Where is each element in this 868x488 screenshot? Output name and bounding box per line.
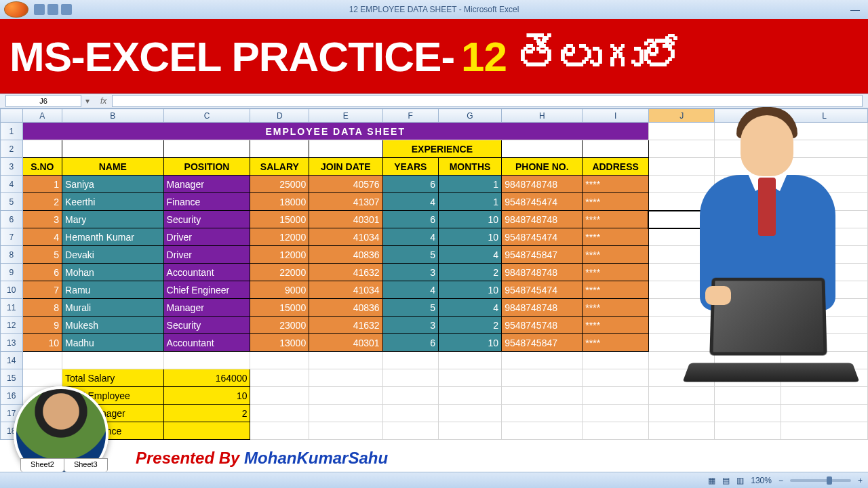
total-value[interactable]: 164000 [163,369,250,387]
empty-cell[interactable] [438,352,501,369]
zoom-in-button[interactable]: + [858,476,863,485]
empty-cell[interactable] [309,369,382,387]
empty-cell[interactable] [250,352,309,369]
empty-cell[interactable] [781,405,868,422]
data-cell[interactable]: 1 [22,176,62,193]
data-cell[interactable]: 9548745748 [502,317,583,334]
data-cell[interactable]: 3 [382,264,438,281]
empty-cell[interactable] [309,387,382,405]
minimize-button[interactable]: — [846,4,864,15]
data-cell[interactable]: 2 [22,193,62,211]
data-cell[interactable]: 40576 [309,176,382,193]
data-cell[interactable]: Chief Engineer [163,281,250,299]
data-cell[interactable]: 15000 [250,211,309,228]
empty-cell[interactable] [62,352,164,369]
data-cell[interactable]: 9 [22,317,62,334]
empty-cell[interactable] [583,387,649,405]
col-header[interactable]: D [250,109,309,123]
data-cell[interactable]: 4 [438,246,501,264]
data-cell[interactable]: 40836 [309,246,382,264]
empty-cell[interactable] [309,422,382,440]
data-cell[interactable]: 13000 [250,334,309,352]
data-cell[interactable]: 9548745474 [502,228,583,246]
office-button[interactable] [4,1,28,18]
data-cell[interactable]: Keerthi [62,193,164,211]
data-cell[interactable]: **** [583,228,649,246]
data-cell[interactable]: **** [583,176,649,193]
view-normal-icon[interactable]: ▦ [708,476,715,485]
data-cell[interactable]: Mohan [62,264,164,281]
empty-cell[interactable] [382,369,438,387]
empty-cell[interactable] [583,405,649,422]
row-header[interactable]: 1 [1,123,23,140]
row-header[interactable]: 12 [1,317,23,334]
empty-cell[interactable] [715,405,781,422]
col-header[interactable]: B [62,109,164,123]
data-cell[interactable]: Manager [163,176,250,193]
zoom-out-button[interactable]: − [778,476,783,485]
data-cell[interactable]: 2 [438,317,501,334]
data-cell[interactable]: 9548745474 [502,281,583,299]
data-cell[interactable]: 5 [22,246,62,264]
data-cell[interactable]: 6 [382,176,438,193]
data-cell[interactable]: **** [583,299,649,317]
data-cell[interactable]: Driver [163,246,250,264]
data-cell[interactable]: Security [163,317,250,334]
empty-cell[interactable] [583,422,649,440]
data-cell[interactable]: 7 [22,281,62,299]
empty-cell[interactable] [309,352,382,369]
data-cell[interactable]: 8 [22,299,62,317]
data-cell[interactable]: 3 [382,317,438,334]
data-cell[interactable]: 6 [382,334,438,352]
col-header[interactable]: F [382,109,438,123]
data-cell[interactable]: Finance [163,193,250,211]
empty-cell[interactable] [382,422,438,440]
data-cell[interactable]: 10 [438,228,501,246]
data-cell[interactable]: 23000 [250,317,309,334]
data-cell[interactable]: 22000 [250,264,309,281]
row-header[interactable]: 5 [1,193,23,211]
zoom-slider[interactable] [790,479,851,482]
row-header[interactable]: 16 [1,387,23,405]
empty-cell[interactable] [382,387,438,405]
row-header[interactable]: 13 [1,334,23,352]
fx-label[interactable]: fx [100,96,106,106]
empty-cell[interactable] [583,369,649,387]
data-cell[interactable]: **** [583,264,649,281]
data-cell[interactable]: 4 [438,299,501,317]
data-cell[interactable]: 6 [382,211,438,228]
empty-cell[interactable] [438,405,501,422]
data-cell[interactable]: 4 [382,193,438,211]
data-cell[interactable]: Hemanth Kumar [62,228,164,246]
empty-cell[interactable] [502,352,583,369]
data-cell[interactable]: 41034 [309,228,382,246]
empty-cell[interactable] [502,387,583,405]
empty-cell[interactable] [382,352,438,369]
data-cell[interactable]: 41632 [309,264,382,281]
sheet-tab[interactable]: Sheet3 [64,458,108,472]
data-cell[interactable]: **** [583,211,649,228]
zoom-level[interactable]: 130% [751,476,772,485]
data-cell[interactable]: 18000 [250,193,309,211]
data-cell[interactable]: 41034 [309,281,382,299]
empty-cell[interactable] [648,422,715,440]
data-cell[interactable]: 10 [438,211,501,228]
data-cell[interactable]: 12000 [250,228,309,246]
data-cell[interactable]: 9000 [250,281,309,299]
empty-cell[interactable] [438,422,501,440]
data-cell[interactable]: **** [583,317,649,334]
total-label[interactable]: Total Salary [62,369,164,387]
col-header[interactable]: C [163,109,250,123]
data-cell[interactable]: 12000 [250,246,309,264]
data-cell[interactable]: Security [163,211,250,228]
data-cell[interactable]: 41307 [309,193,382,211]
row-header[interactable]: 2 [1,140,23,158]
data-cell[interactable]: 10 [438,334,501,352]
undo-icon[interactable] [47,4,58,15]
data-cell[interactable]: Manager [163,299,250,317]
data-cell[interactable]: 5 [382,246,438,264]
row-header[interactable]: 9 [1,264,23,281]
data-cell[interactable]: Saniya [62,176,164,193]
data-cell[interactable]: 25000 [250,176,309,193]
empty-cell[interactable] [502,422,583,440]
